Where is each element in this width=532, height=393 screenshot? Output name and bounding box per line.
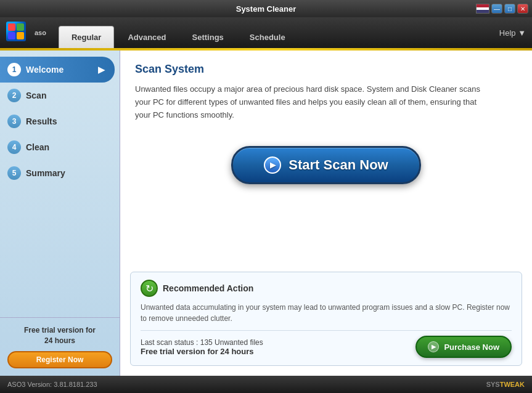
nav-bar: aso Regular Advanced Settings Schedule H… — [0, 17, 532, 48]
sidebar-item-welcome[interactable]: 1 Welcome ▶ — [0, 57, 115, 83]
rec-scan-status: Last scan status : 135 Unwanted files — [141, 338, 263, 347]
sidebar-item-results[interactable]: 3 Results — [0, 108, 120, 134]
maximize-button[interactable]: □ — [504, 4, 515, 14]
recommended-icon: ↻ — [141, 280, 158, 297]
register-button[interactable]: Register Now — [7, 351, 112, 368]
rec-bottom: Last scan status : 135 Unwanted files Fr… — [141, 330, 512, 358]
content-title: Scan System — [135, 63, 517, 76]
content-inner: Scan System Unwanted files occupy a majo… — [120, 51, 532, 272]
app-title: System Cleaner — [236, 4, 297, 14]
tab-regular[interactable]: Regular — [59, 26, 114, 48]
purchase-play-icon: ▶ — [428, 341, 439, 352]
sidebar-spacer — [0, 186, 120, 317]
sidebar-item-scan[interactable]: 2 Scan — [0, 83, 120, 108]
logo-quad-3 — [8, 32, 15, 39]
tab-schedule[interactable]: Schedule — [237, 26, 298, 48]
rec-header: ↻ Recommended Action — [141, 280, 512, 297]
sidebar-item-clean[interactable]: 4 Clean — [0, 134, 120, 160]
purchase-button[interactable]: ▶ Purchase Now — [415, 336, 512, 358]
brand-tweak: TWEAK — [500, 381, 525, 388]
trial-text: Free trial version for24 hours — [7, 325, 112, 346]
purchase-label: Purchase Now — [444, 342, 499, 352]
minimize-button[interactable]: — — [491, 4, 502, 14]
help-menu[interactable]: Help ▼ — [499, 28, 526, 38]
sidebar-label-scan: Scan — [26, 91, 46, 100]
recommended-action-panel: ↻ Recommended Action Unwanted data accum… — [130, 272, 522, 366]
step-badge-4: 4 — [7, 140, 21, 154]
version-text: ASO3 Version: 3.81.8181.233 — [7, 381, 97, 388]
logo-quad-4 — [17, 32, 24, 39]
logo-quad-1 — [8, 23, 15, 31]
flag-icon — [476, 4, 489, 14]
logo-area: aso — [6, 22, 46, 44]
rec-description: Unwanted data accumulating in your syste… — [141, 302, 512, 324]
sidebar: 1 Welcome ▶ 2 Scan 3 Results 4 Clean 5 S… — [0, 51, 120, 376]
logo-quad-2 — [17, 23, 24, 31]
sidebar-label-welcome: Welcome — [26, 65, 63, 75]
brand-sys: SYS — [486, 381, 500, 388]
title-bar: System Cleaner — □ ✕ — [0, 0, 532, 17]
content-area: Scan System Unwanted files occupy a majo… — [120, 51, 532, 376]
brand-text: SYSTWEAK — [486, 381, 525, 388]
tab-settings[interactable]: Settings — [180, 26, 236, 48]
step-badge-2: 2 — [7, 89, 21, 102]
step-badge-5: 5 — [7, 166, 21, 180]
rec-footer: Last scan status : 135 Unwanted files Fr… — [141, 336, 512, 358]
rec-status-area: Last scan status : 135 Unwanted files Fr… — [141, 338, 263, 356]
rec-title: Recommended Action — [163, 283, 253, 293]
content-description: Unwanted files occupy a major area of pr… — [135, 83, 493, 121]
sidebar-arrow-welcome: ▶ — [98, 65, 105, 75]
step-badge-3: 3 — [7, 115, 21, 128]
start-scan-label: Start Scan Now — [289, 157, 388, 173]
rec-trial-note: Free trial version for 24 hours — [141, 347, 263, 356]
close-button[interactable]: ✕ — [517, 4, 528, 14]
logo-text: aso — [35, 29, 46, 36]
status-bar: ASO3 Version: 3.81.8181.233 SYSTWEAK — [0, 376, 532, 393]
start-scan-button[interactable]: ▶ Start Scan Now — [231, 146, 420, 184]
sidebar-label-summary: Summary — [26, 168, 65, 178]
nav-tabs: Regular Advanced Settings Schedule — [59, 17, 298, 48]
window-controls: — □ ✕ — [476, 4, 528, 14]
sidebar-item-summary[interactable]: 5 Summary — [0, 160, 120, 186]
sidebar-bottom: Free trial version for24 hours Register … — [0, 317, 120, 376]
tab-advanced[interactable]: Advanced — [115, 26, 178, 48]
sidebar-label-results: Results — [26, 116, 57, 126]
step-badge-1: 1 — [7, 63, 21, 76]
play-icon: ▶ — [264, 156, 281, 174]
main-layout: 1 Welcome ▶ 2 Scan 3 Results 4 Clean 5 S… — [0, 51, 532, 376]
sidebar-label-clean: Clean — [26, 142, 49, 152]
windows-logo — [6, 22, 28, 44]
scan-button-area: ▶ Start Scan Now — [135, 121, 517, 203]
